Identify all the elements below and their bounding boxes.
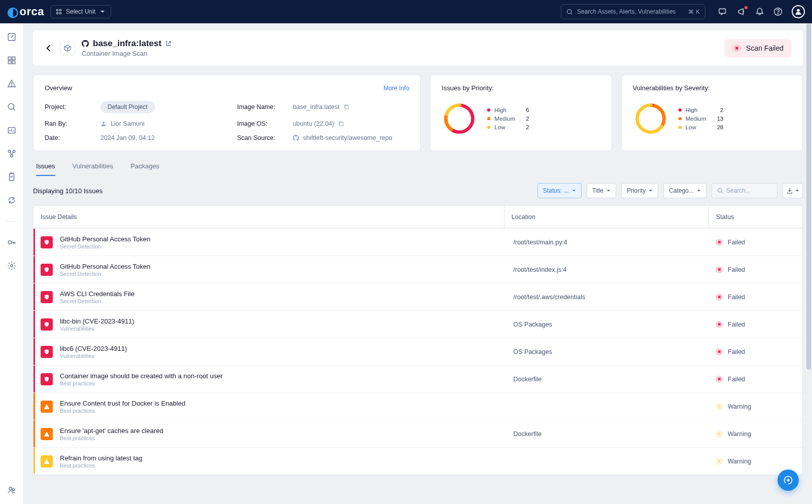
select-unit-dropdown[interactable]: Select Unit — [50, 5, 111, 18]
back-button[interactable] — [44, 44, 53, 53]
issue-title: libc-bin (CVE-2023-4911) — [60, 317, 134, 325]
failed-icon — [733, 44, 741, 52]
table-row[interactable]: AWS CLI Credentials FileSecret Detection… — [33, 283, 802, 310]
overview-title: Overview — [45, 84, 72, 92]
legend-item: Medium13 — [679, 116, 724, 122]
table-header: Issue Details Location Status — [33, 206, 802, 228]
github-icon — [82, 40, 89, 47]
issues-priority-title: Issues by Priority: — [442, 84, 494, 92]
table-row[interactable]: libc-bin (CVE-2023-4911)Vulnerabilities … — [33, 310, 802, 338]
chevron-down-icon — [795, 189, 799, 193]
svg-point-26 — [103, 122, 105, 124]
external-link-icon[interactable] — [165, 41, 172, 47]
sidebar-item-access[interactable] — [7, 238, 16, 247]
sidebar-item-dashboard[interactable] — [7, 32, 16, 42]
failed-icon — [716, 294, 723, 301]
issue-status: Failed — [708, 321, 802, 328]
svg-rect-2 — [56, 13, 58, 14]
issue-location: OS Packages — [506, 321, 708, 328]
table-row[interactable]: GitHub Personal Access TokenSecret Detec… — [33, 256, 802, 283]
legend-item: Low2 — [487, 124, 529, 130]
issue-title: GitHub Personal Access Token — [60, 235, 150, 243]
help-fab[interactable] — [777, 470, 799, 491]
svg-point-34 — [718, 189, 722, 193]
user-avatar[interactable] — [792, 5, 805, 18]
global-search-input[interactable]: Search Assets, Alerts, Vulnerabilities ⌘… — [561, 4, 705, 19]
issue-title: Ensure 'apt-get' caches are cleared — [60, 427, 163, 435]
sidebar-item-reports[interactable] — [7, 126, 16, 135]
svg-point-15 — [8, 103, 14, 109]
grid-icon — [56, 9, 62, 15]
page-title: base_infra:latest — [93, 39, 161, 49]
table-row[interactable]: libc6 (CVE-2023-4911)Vulnerabilities OS … — [33, 338, 802, 365]
issue-category: Best practices — [60, 435, 163, 441]
sidebar-item-cicd[interactable] — [7, 196, 16, 205]
table-row[interactable]: Refrain from using latest tagBest practi… — [33, 447, 802, 475]
export-icon — [786, 187, 793, 194]
sidebar-item-compliance[interactable] — [7, 172, 16, 182]
copy-icon[interactable] — [338, 121, 344, 127]
sidebar-item-integrations[interactable] — [7, 149, 16, 158]
issue-title: libc6 (CVE-2023-4911) — [60, 345, 127, 352]
copy-icon[interactable] — [344, 104, 350, 110]
filter-category[interactable]: Catego... — [663, 183, 706, 198]
warning-icon — [716, 458, 723, 465]
svg-rect-10 — [8, 57, 11, 60]
tab-vulnerabilities[interactable]: Vulnerabilities — [73, 162, 113, 176]
sidebar-item-inventory[interactable] — [7, 56, 16, 65]
issue-title: GitHub Personal Access Token — [60, 263, 150, 270]
failed-icon — [716, 266, 723, 273]
issue-title: Refrain from using latest tag — [60, 454, 143, 462]
export-button[interactable] — [783, 183, 803, 198]
failed-icon — [716, 376, 723, 383]
search-shortcut: ⌘ K — [688, 9, 700, 15]
sidebar-item-search[interactable] — [7, 102, 16, 112]
table-row[interactable]: Ensure Content trust for Docker is Enabl… — [33, 392, 802, 420]
more-info-link[interactable]: More Info — [384, 85, 410, 92]
filter-title[interactable]: Title — [587, 183, 616, 198]
table-search-input[interactable]: Search... — [712, 183, 777, 198]
notifications-icon[interactable] — [755, 7, 764, 16]
issues-donut-chart — [442, 101, 477, 136]
table-row[interactable]: GitHub Personal Access TokenSecret Detec… — [33, 228, 802, 256]
tab-issues[interactable]: Issues — [36, 162, 55, 176]
project-pill[interactable]: Default Project — [100, 101, 155, 113]
failed-icon — [716, 348, 723, 355]
issue-category: Secret Detection — [60, 298, 134, 304]
issue-category: Best practices — [60, 380, 223, 386]
help-icon[interactable] — [773, 7, 783, 16]
svg-point-41 — [787, 479, 790, 482]
sidebar-item-settings[interactable] — [7, 261, 16, 270]
failed-icon — [716, 239, 723, 246]
svg-rect-37 — [719, 433, 720, 434]
severity-badge — [41, 264, 53, 276]
col-details: Issue Details — [41, 213, 504, 221]
tabs: Issues Vulnerabilities Packages — [33, 162, 803, 176]
legend-item: High6 — [487, 107, 529, 113]
table-row[interactable]: Ensure 'apt-get' caches are clearedBest … — [33, 420, 802, 447]
issue-location: Dockerfile — [506, 430, 708, 438]
issue-status: Failed — [708, 239, 802, 246]
filter-status[interactable]: Status: ... — [537, 183, 582, 198]
col-location: Location — [504, 206, 708, 228]
feedback-icon[interactable] — [719, 7, 728, 16]
tab-packages[interactable]: Packages — [130, 162, 159, 176]
col-status: Status — [708, 206, 802, 228]
issue-category: Best practices — [60, 462, 143, 469]
warning-icon — [716, 403, 723, 410]
issue-category: Vulnerabilities — [60, 326, 134, 332]
sidebar-item-users[interactable] — [7, 486, 16, 495]
chevron-down-icon — [99, 9, 106, 15]
severity-badge — [41, 318, 53, 331]
warning-icon — [716, 430, 723, 438]
vuln-severity-title: Vulnerabilities by Severity: — [633, 84, 710, 92]
svg-point-19 — [11, 155, 13, 157]
table-row[interactable]: Container image should be created with a… — [33, 365, 802, 392]
svg-rect-25 — [345, 105, 349, 109]
sidebar-item-alerts[interactable] — [7, 79, 16, 88]
svg-rect-27 — [340, 122, 343, 126]
scrollbar[interactable] — [805, 23, 812, 504]
severity-badge — [41, 401, 53, 413]
announcements-icon[interactable] — [737, 7, 746, 16]
filter-priority[interactable]: Priority — [621, 183, 658, 198]
